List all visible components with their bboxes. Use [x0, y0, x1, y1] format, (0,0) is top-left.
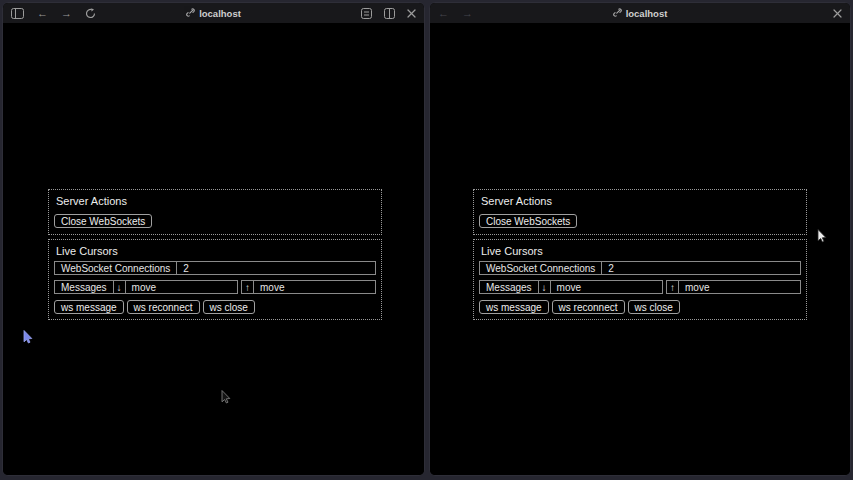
- last-received-message: move: [126, 281, 237, 293]
- link-icon: [186, 8, 195, 19]
- connections-counter: WebSocket Connections 2: [479, 261, 801, 275]
- page-title: localhost: [199, 8, 241, 19]
- address-title-right: localhost: [430, 3, 850, 23]
- titlebar-left-actions: [361, 8, 416, 19]
- last-received-message: move: [551, 281, 662, 293]
- titlebar-right[interactable]: ← → localhost: [430, 3, 850, 23]
- ws-close-button[interactable]: ws close: [203, 300, 255, 314]
- close-icon[interactable]: [833, 9, 842, 18]
- connections-counter: WebSocket Connections 2: [54, 261, 376, 275]
- websocket-demo-panel: Server Actions Close WebSockets Live Cur…: [473, 189, 807, 320]
- ws-close-button[interactable]: ws close: [628, 300, 680, 314]
- messages-outbound: ↑ move: [241, 280, 376, 294]
- messages-label: Messages: [55, 281, 114, 293]
- connections-value: 2: [177, 262, 195, 274]
- live-cursors-legend: Live Cursors: [54, 244, 376, 257]
- page-title: localhost: [626, 8, 668, 19]
- reload-icon[interactable]: [85, 8, 96, 19]
- titlebar-left-controls: ← →: [11, 8, 96, 19]
- last-sent-message: move: [679, 281, 800, 293]
- messages-label: Messages: [480, 281, 539, 293]
- server-actions-legend: Server Actions: [479, 194, 801, 207]
- arrow-down-icon: ↓: [539, 281, 551, 293]
- titlebar-right-controls: ← →: [438, 8, 473, 19]
- connections-label: WebSocket Connections: [480, 262, 602, 274]
- browser-window-left: ← → localhost: [2, 2, 425, 476]
- forward-icon[interactable]: →: [462, 8, 473, 19]
- live-cursors-section: Live Cursors WebSocket Connections 2 Mes…: [48, 239, 382, 320]
- close-icon[interactable]: [407, 9, 416, 18]
- arrow-down-icon: ↓: [114, 281, 126, 293]
- reader-view-icon[interactable]: [361, 8, 372, 19]
- browser-window-right: ← → localhost: [429, 2, 851, 476]
- arrow-up-icon: ↑: [242, 281, 254, 293]
- live-cursors-section: Live Cursors WebSocket Connections 2 Mes…: [473, 239, 807, 320]
- ws-message-button[interactable]: ws message: [54, 300, 124, 314]
- live-cursors-legend: Live Cursors: [479, 244, 801, 257]
- server-actions-section: Server Actions Close WebSockets: [473, 189, 807, 235]
- messages-outbound: ↑ move: [666, 280, 801, 294]
- last-sent-message: move: [254, 281, 375, 293]
- desktop: ← → localhost: [0, 0, 853, 480]
- forward-icon[interactable]: →: [61, 8, 72, 19]
- split-view-icon[interactable]: [384, 8, 395, 19]
- close-websockets-button[interactable]: Close WebSockets: [479, 214, 577, 228]
- ws-reconnect-button[interactable]: ws reconnect: [127, 300, 200, 314]
- back-icon[interactable]: ←: [438, 8, 449, 19]
- connections-label: WebSocket Connections: [55, 262, 177, 274]
- page-content-right: Server Actions Close WebSockets Live Cur…: [430, 23, 850, 476]
- close-websockets-button[interactable]: Close WebSockets: [54, 214, 152, 228]
- arrow-up-icon: ↑: [667, 281, 679, 293]
- ws-reconnect-button[interactable]: ws reconnect: [552, 300, 625, 314]
- titlebar-right-actions: [833, 9, 842, 18]
- titlebar-left[interactable]: ← → localhost: [3, 3, 424, 23]
- messages-inbound: Messages ↓ move: [479, 280, 663, 294]
- messages-inbound: Messages ↓ move: [54, 280, 238, 294]
- server-actions-legend: Server Actions: [54, 194, 376, 207]
- server-actions-section: Server Actions Close WebSockets: [48, 189, 382, 235]
- back-icon[interactable]: ←: [37, 8, 48, 19]
- link-icon: [613, 8, 622, 19]
- connections-value: 2: [602, 262, 620, 274]
- sidebar-toggle-icon[interactable]: [11, 8, 24, 19]
- page-content-left: Server Actions Close WebSockets Live Cur…: [3, 23, 424, 476]
- ws-message-button[interactable]: ws message: [479, 300, 549, 314]
- websocket-demo-panel: Server Actions Close WebSockets Live Cur…: [48, 189, 382, 320]
